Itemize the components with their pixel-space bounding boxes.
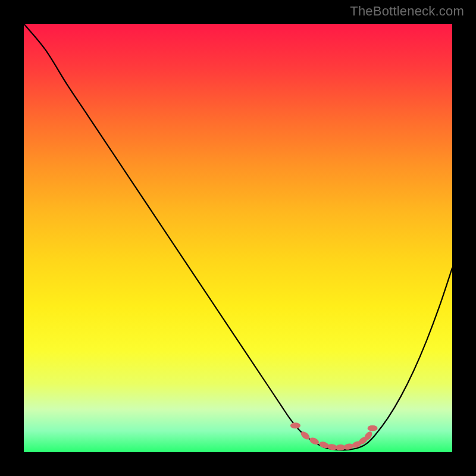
curve-marker [368, 425, 378, 431]
watermark-text: TheBottleneck.com [350, 4, 464, 19]
curve-marker [290, 422, 300, 428]
curve-markers [290, 422, 378, 450]
plot-svg [24, 24, 452, 452]
chart-frame: TheBottleneck.com [0, 0, 476, 476]
plot-area [24, 24, 452, 452]
bottleneck-curve [24, 24, 452, 450]
